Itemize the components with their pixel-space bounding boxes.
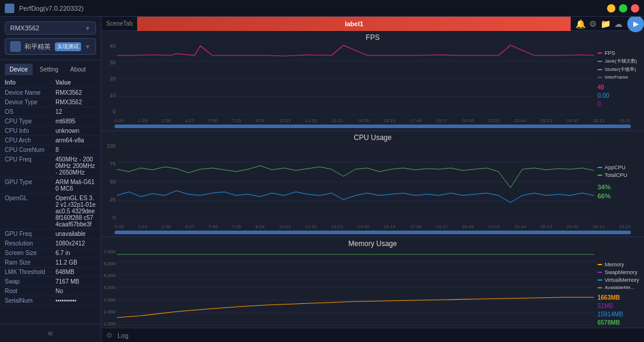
info-row: RootNo bbox=[0, 287, 101, 296]
info-key: Swap bbox=[5, 278, 55, 285]
info-row: CPU Archarm64-v8a bbox=[0, 136, 101, 145]
sidebar-top: RMX3562 ▼ 和平精英 实现测试 ▼ bbox=[0, 17, 101, 60]
fps-legend-fps: FPS bbox=[597, 50, 642, 56]
info-value: 8 bbox=[55, 147, 59, 153]
memory-svg bbox=[117, 249, 594, 328]
info-key: CPU Info bbox=[5, 128, 55, 134]
memory-chart-body: 7,000 6,000 5,000 4,000 3,000 2,000 1,00… bbox=[101, 249, 644, 328]
cloud-icon[interactable]: ☁ bbox=[614, 19, 623, 29]
tab-about[interactable]: About bbox=[66, 64, 91, 75]
info-key: Device Name bbox=[5, 89, 55, 96]
fps-legend-interframe: InterFrame bbox=[597, 74, 642, 80]
cpu-chart-body: 100 75 50 25 0 bbox=[101, 143, 644, 223]
available-dot bbox=[597, 287, 602, 288]
info-row: GPU TypeARM Mali-G610 MC6 bbox=[0, 178, 101, 194]
info-key: CPU CoreNum bbox=[5, 147, 55, 153]
memory-legend: Memory SwapMemory VirtualMemory Ava bbox=[594, 249, 642, 328]
info-key: CPU Type bbox=[5, 118, 55, 125]
bottom-settings-icon[interactable]: ⚙ bbox=[106, 331, 113, 340]
device-selector[interactable]: RMX3562 ▼ bbox=[5, 21, 96, 35]
memory-chart-title: Memory Usage bbox=[101, 237, 644, 249]
interframe-value: 0 bbox=[597, 101, 642, 107]
info-key: GPU Type bbox=[5, 179, 55, 192]
swap-val: 51MB bbox=[597, 303, 642, 309]
cpu-chart-title: CPU Usage bbox=[101, 131, 644, 143]
info-value: •••••••••• bbox=[55, 297, 76, 304]
fps-slider[interactable] bbox=[114, 125, 631, 128]
log-button[interactable]: Log bbox=[117, 332, 128, 339]
info-row: CPU CoreNum8 bbox=[0, 145, 101, 155]
tab-device[interactable]: Device bbox=[5, 64, 33, 75]
fps-legend-label: FPS bbox=[605, 50, 615, 56]
memory-val: 1663MB bbox=[597, 294, 642, 301]
interframe-legend-label: InterFrame bbox=[605, 74, 628, 80]
cpu-plot bbox=[117, 143, 594, 220]
info-col-val: Value bbox=[55, 79, 71, 86]
info-key: Ram Size bbox=[5, 259, 55, 266]
collapse-button[interactable]: « bbox=[48, 328, 53, 338]
maximize-button[interactable] bbox=[619, 4, 627, 13]
fps-svg bbox=[117, 43, 594, 114]
info-key: OpenGL bbox=[5, 195, 55, 228]
settings-icon[interactable]: ⚙ bbox=[589, 19, 597, 29]
tab-setting[interactable]: Setting bbox=[35, 64, 63, 75]
info-key: LMK Threshold bbox=[5, 269, 55, 275]
memory-yaxis: 7,000 6,000 5,000 4,000 3,000 2,000 1,00… bbox=[104, 249, 117, 328]
game-name: 和平精英 bbox=[24, 42, 51, 51]
appcpu-label: AppCPU bbox=[605, 164, 626, 170]
info-row: CPU Infounknown bbox=[0, 126, 101, 136]
info-row: LMK Threshold648MB bbox=[0, 268, 101, 277]
sidebar-bottom: « bbox=[0, 324, 101, 342]
game-badge: 实现测试 bbox=[55, 42, 81, 51]
mem-legend-memory: Memory bbox=[597, 262, 642, 268]
mem-legend-available: AvailableMe... bbox=[597, 285, 642, 290]
notification-icon[interactable]: 🔔 bbox=[575, 19, 586, 29]
info-row: Screen Size6.7 in bbox=[0, 248, 101, 258]
appcpu-dot bbox=[597, 167, 602, 168]
window-controls bbox=[607, 4, 639, 13]
info-header-row: Info Value bbox=[0, 77, 101, 88]
mem-legend-virtual: VirtualMemory bbox=[597, 277, 642, 283]
info-key: CPU Freq bbox=[5, 156, 55, 176]
cpu-legend-total: TotalCPU bbox=[597, 172, 642, 178]
info-value: 6.7 in bbox=[55, 250, 70, 256]
info-value: 7167 MB bbox=[55, 278, 79, 285]
memory-chart: Memory Usage 7,000 6,000 5,000 4,000 3,0… bbox=[101, 237, 644, 328]
info-key: Resolution bbox=[5, 240, 55, 247]
fps-legend: FPS Jank(卡顿次数) Stutter(卡顿率) InterFr bbox=[594, 43, 642, 114]
virtual-val: 15914MB bbox=[597, 311, 642, 318]
folder-icon[interactable]: 📁 bbox=[600, 19, 611, 29]
virtual-label: VirtualMemory bbox=[605, 277, 639, 283]
mem-legend-swap: SwapMemory bbox=[597, 269, 642, 275]
info-value: 12 bbox=[55, 108, 62, 115]
play-button[interactable]: ▶ bbox=[627, 17, 644, 32]
cpu-xaxis: 0:001:292:584:275:567:258:5410:2311:5213… bbox=[101, 223, 644, 231]
info-value: RMX3562 bbox=[55, 99, 82, 105]
play-icon: ▶ bbox=[633, 20, 639, 28]
device-selector-label: RMX3562 bbox=[10, 24, 39, 32]
cpu-legend: AppCPU TotalCPU 34% 66% bbox=[594, 143, 642, 220]
cpu-slider[interactable] bbox=[114, 231, 631, 234]
info-row: CPU Typemt6895 bbox=[0, 117, 101, 126]
charts-area[interactable]: FPS 40 30 20 10 0 bbox=[101, 31, 644, 328]
close-button[interactable] bbox=[631, 4, 639, 13]
totalcpu-dot bbox=[597, 175, 602, 176]
minimize-button[interactable] bbox=[607, 4, 615, 13]
main-layout: RMX3562 ▼ 和平精英 实现测试 ▼ Device Setting Abo… bbox=[0, 17, 644, 342]
info-value: No bbox=[55, 288, 63, 294]
cpu-chart: CPU Usage 100 75 50 25 0 bbox=[101, 131, 644, 237]
cpu-legend-app: AppCPU bbox=[597, 164, 642, 170]
titlebar: PerfDog(v7.0.220332) bbox=[0, 0, 644, 17]
info-value: arm64-v8a bbox=[55, 137, 84, 144]
game-chevron-icon: ▼ bbox=[85, 43, 91, 50]
info-row: Swap7167 MB bbox=[0, 277, 101, 287]
chevron-icon: ▼ bbox=[85, 25, 91, 32]
game-selector[interactable]: 和平精英 实现测试 ▼ bbox=[5, 38, 96, 55]
info-row: Ram Size11.2 GB bbox=[0, 258, 101, 268]
label1-text: label1 bbox=[345, 20, 363, 27]
fps-legend-jank: Jank(卡顿次数) bbox=[597, 58, 642, 64]
info-row: Resolution1080x2412 bbox=[0, 239, 101, 248]
info-col-key: Info bbox=[5, 79, 55, 86]
device-info-table: Info Value Device NameRMX3562Device Type… bbox=[0, 75, 101, 324]
available-label: AvailableMe... bbox=[605, 285, 634, 290]
